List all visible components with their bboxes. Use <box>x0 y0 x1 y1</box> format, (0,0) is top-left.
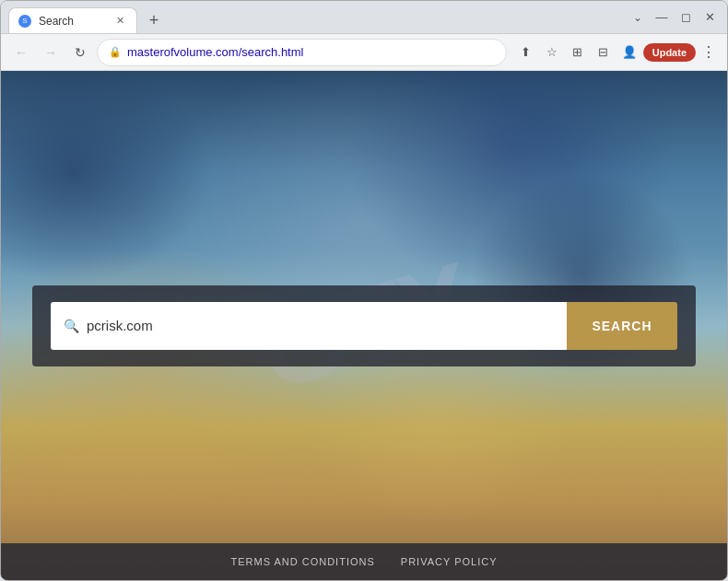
refresh-button[interactable]: ↻ <box>67 40 93 65</box>
title-bar: S Search ✕ + ⌄ — ◻ ✕ <box>1 1 727 34</box>
update-button[interactable]: Update <box>643 43 696 62</box>
active-tab[interactable]: S Search ✕ <box>8 7 137 33</box>
star-icon: ☆ <box>546 45 558 59</box>
terms-link[interactable]: TERMS AND CONDITIONS <box>231 556 375 567</box>
search-box: 🔍 SEARCH <box>51 302 677 350</box>
tab-strip: S Search ✕ + <box>8 1 620 33</box>
new-tab-button[interactable]: + <box>141 7 167 33</box>
search-container: 🔍 SEARCH <box>32 285 696 366</box>
privacy-link[interactable]: PRIVACY POLICY <box>401 556 498 567</box>
search-icon: 🔍 <box>64 319 79 333</box>
bookmark-button[interactable]: ☆ <box>540 41 564 64</box>
forward-button[interactable]: → <box>38 40 64 65</box>
url-text: masterofvolume.com/search.html <box>127 45 303 59</box>
search-input[interactable] <box>87 318 554 333</box>
address-bar: ← → ↻ 🔒 masterofvolume.com/search.html ⬆… <box>1 34 727 71</box>
split-icon: ⊟ <box>598 45 608 59</box>
footer: TERMS AND CONDITIONS PRIVACY POLICY <box>1 543 727 580</box>
close-window-button[interactable]: ✕ <box>699 7 720 28</box>
puzzle-icon: ⊞ <box>572 45 582 59</box>
minimize-button[interactable]: — <box>652 7 672 28</box>
tab-title: Search <box>39 15 74 28</box>
tab-favicon: S <box>18 15 31 28</box>
share-button[interactable]: ⬆ <box>514 41 538 64</box>
url-bar[interactable]: 🔒 masterofvolume.com/search.html <box>97 39 507 66</box>
split-view-button[interactable]: ⊟ <box>592 41 616 64</box>
window-controls: ⌄ — ◻ ✕ <box>628 7 720 28</box>
search-button[interactable]: SEARCH <box>567 302 677 350</box>
tab-search-button[interactable]: ⌄ <box>628 7 648 28</box>
profile-button[interactable]: 👤 <box>617 41 641 64</box>
toolbar-icons: ⬆ ☆ ⊞ ⊟ 👤 Update ⋮ <box>514 41 720 64</box>
tab-close-button[interactable]: ✕ <box>112 14 127 29</box>
search-input-wrapper: 🔍 <box>51 302 567 350</box>
page-content: GTX 🔍 SEARCH TERMS AND CONDITIONS PRIVAC… <box>1 71 727 580</box>
browser-window: S Search ✕ + ⌄ — ◻ ✕ ← → ↻ 🔒 masterofvol… <box>0 0 728 581</box>
profile-icon: 👤 <box>622 45 637 59</box>
back-button[interactable]: ← <box>8 40 34 65</box>
menu-button[interactable]: ⋮ <box>698 41 720 64</box>
lock-icon: 🔒 <box>109 46 122 58</box>
share-icon: ⬆ <box>521 45 531 59</box>
extensions-button[interactable]: ⊞ <box>566 41 590 64</box>
maximize-button[interactable]: ◻ <box>675 7 696 28</box>
